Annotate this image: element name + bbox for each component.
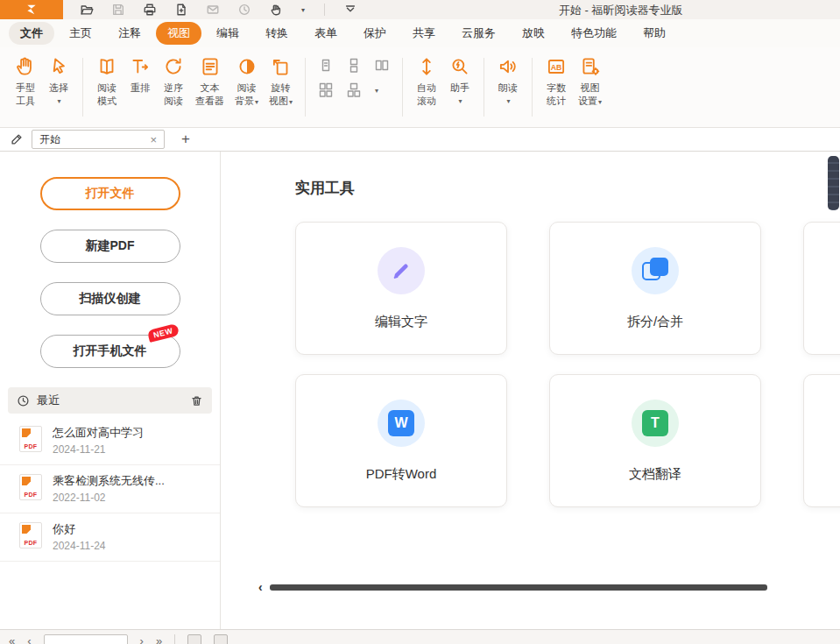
scroll-left-arrow-icon[interactable]: ‹ [258, 581, 263, 593]
tool-card-edit-text[interactable]: 编辑文字 [295, 222, 507, 355]
partial-tool-card[interactable] [803, 222, 840, 355]
ribbon-tool-reverse-read[interactable]: 逆序 阅读 [157, 54, 190, 109]
customize-toolbar-chevron-icon[interactable] [342, 2, 358, 18]
add-tab-icon[interactable]: + [177, 131, 194, 148]
status-bar: « ‹ › » [0, 629, 840, 644]
recent-file-date: 2024-11-24 [53, 540, 106, 552]
ribbon-tool-reflow[interactable]: 重排 [124, 54, 157, 96]
ribbon-group-separator [484, 58, 484, 117]
tab-file[interactable]: 文件 [9, 22, 54, 45]
ribbon-tool-rotate-view[interactable]: 旋转 视图▾ [264, 54, 298, 110]
page-number-input[interactable] [44, 634, 128, 644]
create-from-scanner-button[interactable]: 扫描仪创建 [40, 282, 180, 315]
recent-file-item[interactable]: PDF 乘客检测系统无线传... 2022-11-02 [0, 465, 220, 513]
ribbon-tool-read-aloud[interactable]: 朗读 ▾ [491, 54, 525, 109]
statusbar-tool-icon[interactable] [214, 634, 228, 644]
tab-home[interactable]: 主页 [58, 22, 103, 45]
close-tab-icon[interactable]: × [150, 134, 157, 145]
foxit-logo-icon [25, 3, 39, 17]
tool-card-translate[interactable]: T 文档翻译 [549, 374, 761, 507]
layout-dropdown-arrow-icon[interactable]: ▾ [375, 87, 378, 95]
pdf-file-icon: PDF [19, 522, 42, 548]
recent-files-list: PDF 怎么面对高中学习 2024-11-21 PDF 乘客检测系统无线传...… [0, 417, 220, 562]
partial-tool-card[interactable] [803, 374, 840, 507]
tool-label: 朗读 [498, 81, 518, 95]
continuous-facing-icon[interactable] [318, 82, 334, 98]
tab-share[interactable]: 共享 [401, 22, 447, 45]
ribbon-tool-text-viewer[interactable]: 文本 查看器 [190, 54, 229, 109]
ribbon-tool-assistant[interactable]: 助手 ▾ [443, 54, 476, 109]
horizontal-scrollbar[interactable]: ‹ [258, 580, 767, 594]
tool-card-split-merge[interactable]: 拆分/合并 [549, 222, 761, 355]
print-icon[interactable] [142, 2, 158, 18]
new-pdf-button[interactable]: 新建PDF [40, 230, 180, 263]
window-title: 开始 - 福昕阅读器专业版 [559, 3, 683, 18]
horizontal-scrollbar-thumb[interactable] [270, 584, 767, 591]
ribbon-tool-read-background[interactable]: 阅读 背景▾ [229, 54, 264, 110]
previous-page-icon[interactable]: ‹ [27, 634, 31, 644]
translate-letter: T [642, 410, 668, 436]
tab-help[interactable]: 帮助 [632, 22, 677, 45]
first-page-icon[interactable]: « [9, 634, 15, 644]
statusbar-tool-icon[interactable] [187, 634, 201, 644]
open-file-button[interactable]: 打开文件 [40, 177, 180, 210]
tab-comment[interactable]: 注释 [107, 22, 152, 45]
separate-cover-icon[interactable] [346, 82, 362, 98]
ribbon-tool-hand[interactable]: 手型 工具 [9, 54, 42, 109]
page-layout-group: ▾ [313, 54, 395, 102]
tool-label: 选择 [49, 81, 68, 95]
ribbon-group-separator [402, 58, 403, 117]
open-folder-icon[interactable] [79, 2, 95, 18]
hand-dropdown-arrow-icon[interactable]: ▾ [300, 2, 307, 18]
foxit-logo[interactable] [0, 0, 63, 19]
tab-play[interactable]: 放映 [511, 22, 556, 45]
tool-label: 助手 [450, 81, 469, 95]
tool-label: 逆序 [164, 81, 183, 95]
select-tool-icon [47, 55, 70, 78]
tab-convert[interactable]: 转换 [254, 22, 300, 45]
continuous-page-icon[interactable] [346, 58, 362, 74]
read-mode-icon [95, 55, 118, 78]
facing-pages-icon[interactable] [374, 58, 390, 74]
tool-label: 统计 [547, 95, 566, 108]
document-tab-label: 开始 [39, 132, 60, 147]
mail-icon[interactable] [205, 2, 221, 18]
recent-file-item[interactable]: PDF 你好 2024-11-24 [0, 513, 220, 562]
ribbon-group-separator [532, 58, 533, 117]
view-settings-icon [579, 55, 602, 78]
tool-card-pdf-to-word[interactable]: W PDF转Word [295, 374, 507, 507]
tool-cards-grid: 编辑文字 拆分/合并 W PDF转Word [295, 222, 840, 507]
pdf-file-icon: PDF [19, 474, 42, 500]
last-page-icon[interactable]: » [156, 634, 162, 644]
export-document-icon[interactable] [173, 2, 189, 18]
tab-cloud[interactable]: 云服务 [450, 22, 507, 45]
single-page-icon[interactable] [318, 58, 334, 74]
document-tab-start[interactable]: 开始 × [32, 130, 165, 149]
trash-icon[interactable] [190, 394, 203, 407]
ribbon-tool-word-count[interactable]: AB 字数 统计 [540, 54, 573, 109]
ribbon-tool-read-mode[interactable]: 阅读 模式 [90, 54, 124, 109]
tab-protect[interactable]: 保护 [352, 22, 398, 45]
vertical-scrollbar-thumb[interactable] [828, 156, 839, 210]
word-document-icon: W [378, 400, 425, 447]
tab-edit[interactable]: 编辑 [205, 22, 251, 45]
next-page-icon[interactable]: › [140, 634, 144, 644]
edit-pencil-icon[interactable] [7, 131, 26, 148]
tool-label: 查看器 [195, 95, 224, 108]
ribbon-toolbar: 手型 工具 选择 ▾ 阅读 模式 重排 逆序 阅读 文本 查看器 [0, 47, 840, 128]
ribbon-tool-select[interactable]: 选择 ▾ [42, 54, 75, 109]
ribbon-tool-auto-scroll[interactable]: 自动 滚动 [410, 54, 443, 109]
translate-document-icon: T [632, 400, 679, 447]
hand-gesture-icon[interactable] [268, 2, 284, 18]
ribbon-tool-view-settings[interactable]: 视图 设置▾ [573, 54, 607, 110]
save-icon[interactable] [110, 2, 126, 18]
tab-view[interactable]: 视图 [156, 22, 201, 45]
tool-label: 字数 [547, 81, 566, 95]
tab-features[interactable]: 特色功能 [560, 22, 628, 45]
tool-label: 阅读 [237, 81, 257, 95]
dropdown-arrow-icon: ▾ [289, 98, 293, 106]
history-clock-icon[interactable] [236, 2, 252, 18]
tool-label: 重排 [131, 81, 150, 95]
tab-form[interactable]: 表单 [303, 22, 349, 45]
recent-file-item[interactable]: PDF 怎么面对高中学习 2024-11-21 [0, 417, 220, 465]
